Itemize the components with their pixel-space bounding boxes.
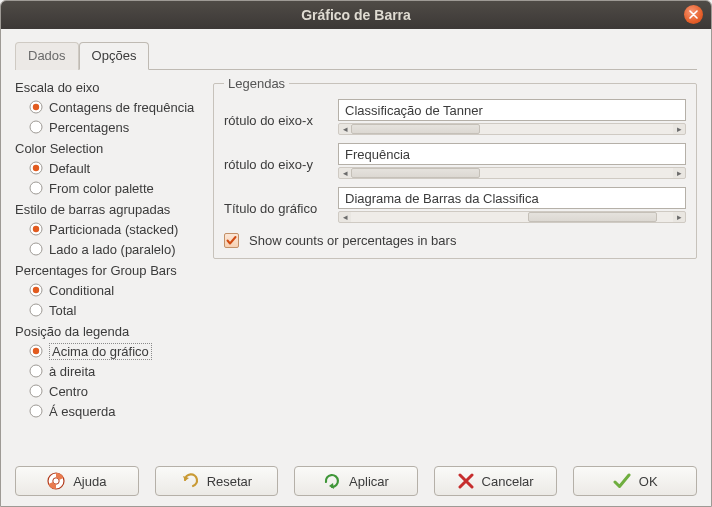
radio-legend-center[interactable]: Centro <box>15 381 207 401</box>
ok-icon <box>613 472 631 490</box>
tab-dados[interactable]: Dados <box>15 42 79 70</box>
radio-unselected-icon <box>29 181 43 195</box>
apply-button[interactable]: Aplicar <box>294 466 418 496</box>
x-axis-label-scroll[interactable]: ◂ ▸ <box>338 123 686 135</box>
chart-title-scroll[interactable]: ◂ ▸ <box>338 211 686 223</box>
button-label: Ajuda <box>73 474 106 489</box>
y-axis-label-input[interactable] <box>338 143 686 165</box>
color-selection-label: Color Selection <box>15 141 207 156</box>
x-axis-label-input[interactable] <box>338 99 686 121</box>
button-label: Resetar <box>207 474 253 489</box>
radio-selected-icon <box>29 344 43 358</box>
radio-label: Particionada (stacked) <box>49 222 178 237</box>
radio-unselected-icon <box>29 303 43 317</box>
legends-group: Legendas rótulo do eixo-x ◂ ▸ <box>213 76 697 259</box>
radio-selected-icon <box>29 161 43 175</box>
svg-point-5 <box>30 182 42 194</box>
scroll-left-icon: ◂ <box>339 168 351 178</box>
undo-icon <box>181 472 199 490</box>
axis-scale-label: Escala do eixo <box>15 80 207 95</box>
help-icon <box>47 472 65 490</box>
svg-point-1 <box>33 104 39 110</box>
radio-selected-icon <box>29 100 43 114</box>
radio-label: Á esquerda <box>49 404 116 419</box>
radio-stacked[interactable]: Particionada (stacked) <box>15 219 207 239</box>
radio-total[interactable]: Total <box>15 300 207 320</box>
radio-label: Contagens de frequência <box>49 100 194 115</box>
cancel-icon <box>458 473 474 489</box>
chart-title-input[interactable] <box>338 187 686 209</box>
y-axis-label-caption: rótulo do eixo-y <box>224 157 330 172</box>
check-icon <box>226 235 237 246</box>
scroll-right-icon: ▸ <box>673 168 685 178</box>
radio-percentages[interactable]: Percentagens <box>15 117 207 137</box>
help-button[interactable]: Ajuda <box>15 466 139 496</box>
cancel-button[interactable]: Cancelar <box>434 466 558 496</box>
grouped-bars-style-label: Estilo de barras agrupadas <box>15 202 207 217</box>
tab-opcoes[interactable]: Opções <box>79 42 150 70</box>
show-counts-label: Show counts or percentages in bars <box>249 233 456 248</box>
radio-conditional[interactable]: Conditional <box>15 280 207 300</box>
scroll-right-icon: ▸ <box>673 124 685 134</box>
svg-point-7 <box>33 226 39 232</box>
radio-label: From color palette <box>49 181 154 196</box>
y-axis-label-scroll[interactable]: ◂ ▸ <box>338 167 686 179</box>
button-label: OK <box>639 474 658 489</box>
svg-point-14 <box>30 365 42 377</box>
window-title: Gráfico de Barra <box>301 7 411 23</box>
chart-title-caption: Título do gráfico <box>224 201 330 216</box>
legends-group-title: Legendas <box>224 76 289 91</box>
radio-label: Acima do gráfico <box>49 343 152 360</box>
radio-selected-icon <box>29 222 43 236</box>
scroll-left-icon: ◂ <box>339 124 351 134</box>
svg-point-4 <box>33 165 39 171</box>
svg-point-10 <box>33 287 39 293</box>
reset-button[interactable]: Resetar <box>155 466 279 496</box>
radio-unselected-icon <box>29 404 43 418</box>
titlebar: Gráfico de Barra <box>1 1 711 29</box>
radio-label: Conditional <box>49 283 114 298</box>
radio-unselected-icon <box>29 384 43 398</box>
radio-label: Lado a lado (paralelo) <box>49 242 175 257</box>
radio-freq-counts[interactable]: Contagens de frequência <box>15 97 207 117</box>
scroll-right-icon: ▸ <box>673 212 685 222</box>
radio-selected-icon <box>29 283 43 297</box>
x-axis-label-caption: rótulo do eixo-x <box>224 113 330 128</box>
scroll-left-icon: ◂ <box>339 212 351 222</box>
close-button[interactable] <box>684 5 703 24</box>
svg-point-8 <box>30 243 42 255</box>
radio-legend-left[interactable]: Á esquerda <box>15 401 207 421</box>
pct-group-bars-label: Percentages for Group Bars <box>15 263 207 278</box>
radio-label: Default <box>49 161 90 176</box>
show-counts-checkbox[interactable] <box>224 233 239 248</box>
radio-side-by-side[interactable]: Lado a lado (paralelo) <box>15 239 207 259</box>
close-icon <box>689 10 698 19</box>
radio-color-palette[interactable]: From color palette <box>15 178 207 198</box>
apply-icon <box>323 472 341 490</box>
button-label: Cancelar <box>482 474 534 489</box>
radio-legend-right[interactable]: à direita <box>15 361 207 381</box>
radio-label: Centro <box>49 384 88 399</box>
svg-point-16 <box>30 405 42 417</box>
radio-legend-top[interactable]: Acima do gráfico <box>15 341 207 361</box>
radio-label: Percentagens <box>49 120 129 135</box>
radio-unselected-icon <box>29 120 43 134</box>
radio-unselected-icon <box>29 364 43 378</box>
svg-point-11 <box>30 304 42 316</box>
radio-unselected-icon <box>29 242 43 256</box>
legend-position-label: Posição da legenda <box>15 324 207 339</box>
svg-point-15 <box>30 385 42 397</box>
radio-label: Total <box>49 303 76 318</box>
button-label: Aplicar <box>349 474 389 489</box>
radio-label: à direita <box>49 364 95 379</box>
tab-bar: Dados Opções <box>15 41 697 70</box>
ok-button[interactable]: OK <box>573 466 697 496</box>
radio-color-default[interactable]: Default <box>15 158 207 178</box>
svg-point-2 <box>30 121 42 133</box>
svg-point-13 <box>33 348 39 354</box>
svg-point-18 <box>53 478 59 484</box>
button-bar: Ajuda Resetar Aplicar Cancelar OK <box>15 456 697 496</box>
